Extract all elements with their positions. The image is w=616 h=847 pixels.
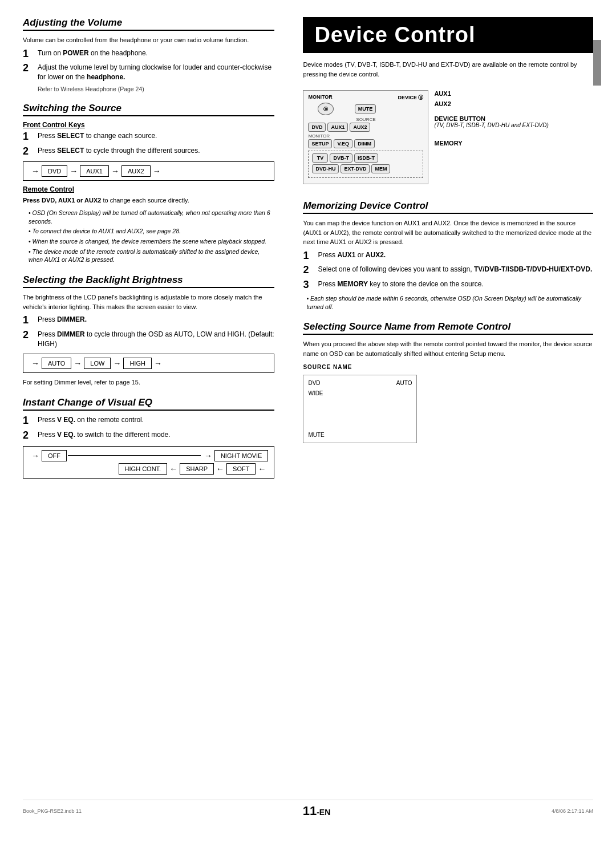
dvdhu-btn[interactable]: DVD-HU bbox=[312, 164, 339, 173]
dimmer-auto: AUTO bbox=[42, 358, 71, 369]
callout-device-group: DEVICE BUTTON (TV, DVB-T, ISDB-T, DVD-HU… bbox=[434, 115, 548, 128]
section-adjusting-volume: Adjusting the Volume bbox=[23, 17, 274, 31]
remote-diagram-container: MONITOR DEVICE Ⓑ Ⓑ MUTE SOURCE bbox=[303, 84, 428, 190]
dimmer-low: LOW bbox=[84, 358, 111, 369]
step-1-veq: 1 Press V EQ. on the remote control. bbox=[23, 415, 274, 427]
step-1-power: 1 Turn on POWER on the headphone. bbox=[23, 48, 274, 60]
remote-inner: MONITOR DEVICE Ⓑ Ⓑ MUTE SOURCE bbox=[303, 91, 428, 184]
step-num-2d: 2 bbox=[23, 430, 34, 441]
step-2c-text: Press DIMMER to cycle through the OSD as… bbox=[38, 330, 274, 349]
veq-back-arrow-3: ← bbox=[258, 464, 266, 473]
footer-left: Book_PKG-RSE2.indb 11 bbox=[23, 808, 82, 814]
source-label: SOURCE bbox=[308, 117, 423, 122]
adjusting-volume-intro: Volume can be controlled from the headph… bbox=[23, 35, 274, 45]
aux1-btn[interactable]: AUX1 bbox=[327, 123, 348, 132]
step-num-1e: 1 bbox=[303, 250, 314, 262]
step-3-memory: 3 Press MEMORY key to store the device o… bbox=[303, 279, 593, 291]
callout-labels: AUX1 AUX2 DEVICE BUTTON (TV, DVB-T, ISDB… bbox=[434, 84, 548, 147]
dimmer-flow-diagram: → AUTO → LOW → HIGH → bbox=[23, 354, 274, 373]
veq-top-row: → OFF → NIGHT MOVIE bbox=[29, 450, 268, 461]
extdvd-btn[interactable]: EXT-DVD bbox=[341, 164, 370, 173]
step-1c-text: Press DIMMER. bbox=[38, 315, 87, 325]
device-label: DEVICE Ⓑ bbox=[398, 94, 423, 102]
source-auto: AUTO bbox=[396, 380, 412, 386]
right-column: Device Control Device modes (TV, DVB-T, … bbox=[291, 17, 593, 788]
side-tab bbox=[593, 40, 601, 86]
source-wide: WIDE bbox=[308, 390, 323, 396]
dimmer-arrow-2: → bbox=[113, 359, 121, 368]
page: Adjusting the Volume Volume can be contr… bbox=[0, 0, 616, 847]
isdbt-btn[interactable]: ISDB-T bbox=[354, 153, 378, 163]
refer-note-headphone: Refer to Wireless Headphone (Page 24) bbox=[38, 86, 274, 92]
step-1-text: Turn on POWER on the headphone. bbox=[38, 48, 148, 58]
dimm-btn[interactable]: DIMM bbox=[354, 139, 375, 148]
note-source-changed: When the source is changed, the device r… bbox=[23, 237, 274, 246]
callout-aux2: AUX2 bbox=[434, 100, 548, 107]
remote-diagram-wrapper: MONITOR DEVICE Ⓑ Ⓑ MUTE SOURCE bbox=[303, 84, 593, 190]
dimmer-high: HIGH bbox=[123, 358, 152, 369]
dimmer-note: For setting Dimmer level, refer to page … bbox=[23, 378, 274, 387]
veq-night-movie: NIGHT MOVIE bbox=[214, 450, 269, 461]
step-2-text: Adjust the volume level by turning clock… bbox=[38, 63, 274, 82]
section-visual-eq: Instant Change of Visual EQ bbox=[23, 397, 274, 411]
selecting-source-intro: When you proceed the above step with the… bbox=[303, 339, 593, 358]
veq-bottom-row: HIGH CONT. ← SHARP ← SOFT ← bbox=[29, 463, 268, 475]
callout-memory-group: MEMORY bbox=[434, 140, 548, 147]
dimmer-arrow-start: → bbox=[31, 359, 39, 368]
tv-btn[interactable]: TV bbox=[312, 153, 328, 163]
callout-memory: MEMORY bbox=[434, 140, 548, 147]
remote-row-setup: SETUP V.EQ DIMM bbox=[308, 139, 423, 148]
step-3e-text: Press MEMORY key to store the device on … bbox=[318, 279, 483, 289]
note-connect: To connect the device to AUX1 and AUX2, … bbox=[23, 227, 274, 236]
remote-diagram: MONITOR DEVICE Ⓑ Ⓑ MUTE SOURCE bbox=[303, 90, 428, 184]
step-num-1c: 1 bbox=[23, 315, 34, 326]
mute-btn[interactable]: MUTE bbox=[355, 104, 376, 114]
page-footer: Book_PKG-RSE2.indb 11 11 -EN 4/8/06 2:17… bbox=[23, 800, 593, 818]
setup-btn[interactable]: SETUP bbox=[308, 139, 332, 148]
power-btn[interactable]: Ⓑ bbox=[318, 103, 334, 115]
dimmer-arrow-end: → bbox=[154, 359, 162, 368]
step-1-aux: 1 Press AUX1 or AUX2. bbox=[303, 250, 593, 262]
veq-off: OFF bbox=[42, 450, 67, 461]
source-mute: MUTE bbox=[308, 432, 324, 438]
step-num-2b: 2 bbox=[23, 146, 34, 157]
step-2-dimmer: 2 Press DIMMER to cycle through the OSD … bbox=[23, 330, 274, 349]
section-memorizing: Memorizing Device Control bbox=[303, 200, 593, 214]
left-column: Adjusting the Volume Volume can be contr… bbox=[23, 17, 291, 788]
step-1-select: 1 Press SELECT to change each source. bbox=[23, 131, 274, 143]
memorizing-note: • Each step should be made within 6 seco… bbox=[303, 294, 593, 311]
remote-control-label: Remote Control bbox=[23, 185, 274, 193]
veq-arrow-mid: → bbox=[204, 451, 212, 460]
remote-row-power-mute: Ⓑ MUTE bbox=[308, 103, 423, 115]
remote-label-row-1: MONITOR DEVICE Ⓑ bbox=[308, 94, 423, 102]
mem-btn[interactable]: MEM bbox=[371, 164, 390, 173]
section-switching-source: Switching the Source bbox=[23, 103, 274, 116]
step-num-1b: 1 bbox=[23, 131, 34, 143]
source-dvd: DVD bbox=[308, 380, 320, 386]
step-2d-text: Press V EQ. to switch to the different m… bbox=[38, 430, 171, 440]
flow-arrow-1: → bbox=[70, 167, 78, 176]
flow-aux2: AUX2 bbox=[121, 165, 151, 177]
source-name-box: DVD WIDE AUTO MUTE bbox=[303, 375, 417, 443]
page-number: 11 bbox=[303, 804, 317, 818]
step-2-veq: 2 Press V EQ. to switch to the different… bbox=[23, 430, 274, 441]
remote-row-tv: TV DVB-T ISDB-T bbox=[312, 153, 419, 163]
flow-aux1: AUX1 bbox=[80, 165, 109, 177]
step-num-1d: 1 bbox=[23, 415, 34, 427]
dvd-btn[interactable]: DVD bbox=[308, 123, 326, 132]
remote-row-dvd-aux: DVD AUX1 AUX2 bbox=[308, 123, 423, 132]
veq-top-arrow-start: → bbox=[31, 451, 39, 460]
memorizing-intro: You can map the device function on AUX1 … bbox=[303, 218, 593, 247]
dvbt-btn[interactable]: DVB-T bbox=[330, 153, 352, 163]
device-control-intro: Device modes (TV, DVB-T, ISDB-T, DVD-HU … bbox=[303, 60, 593, 79]
aux2-btn[interactable]: AUX2 bbox=[350, 123, 370, 132]
monitor-label: MONITOR bbox=[308, 94, 332, 102]
section-selecting-source: Selecting Source Name from Remote Contro… bbox=[303, 321, 593, 335]
flow-dvd: DVD bbox=[42, 165, 67, 177]
device-control-title: Device Control bbox=[303, 17, 593, 53]
note-device-mode: The device mode of the remote control is… bbox=[23, 248, 274, 264]
source-name-label: SOURCE NAME bbox=[303, 364, 593, 370]
source-name-section: SOURCE NAME DVD WIDE AUTO MUTE bbox=[303, 364, 593, 443]
veq-high-cont: HIGH CONT. bbox=[119, 463, 168, 475]
veq-btn[interactable]: V.EQ bbox=[334, 139, 352, 148]
